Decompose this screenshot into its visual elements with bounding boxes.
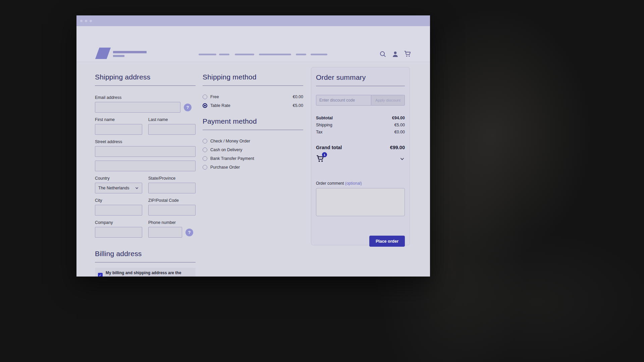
company-field[interactable] [95,227,142,238]
payment-option-label: Cash on Delivery [210,147,242,152]
city-label: City [95,198,142,203]
payment-option-cash-on-delivery[interactable]: Cash on Delivery [203,145,303,154]
grand-total-label: Grand total [316,145,342,150]
grand-total-value: €99.00 [390,145,405,150]
store-logo-text-placeholder [113,51,147,53]
account-icon[interactable] [391,50,399,58]
company-label: Company [95,220,142,225]
shipping-option-label: Free [210,95,219,99]
window-control-dot[interactable] [85,20,87,22]
payment-option-purchase-order[interactable]: Purchase Order [203,163,303,172]
radio-icon[interactable] [203,165,207,170]
shipping-option-label: Table Rate [210,103,230,108]
tax-value: €0.00 [394,130,405,134]
checkout-page: Shipping address Email address ? First n… [76,62,430,277]
nav-item-placeholder[interactable] [219,54,229,55]
zip-label: ZIP/Postal Code [148,198,196,203]
nav-item-placeholder[interactable] [296,54,306,55]
nav-item-placeholder[interactable] [311,54,327,55]
last-name-label: Last name [148,117,196,122]
nav-item-placeholder[interactable] [259,54,291,55]
city-field[interactable] [95,205,142,216]
shipping-total-label: Shipping [316,123,332,127]
shipping-total-row: Shipping €5.00 [316,121,405,128]
street-field-2[interactable] [95,161,196,171]
shipping-option-price: €5.00 [293,103,303,108]
state-label: State/Province [148,176,196,181]
email-help-icon[interactable]: ? [184,104,192,111]
cart-count-badge: 1 [322,152,327,157]
store-header [76,26,430,62]
shipping-address-section: Shipping address Email address ? First n… [95,73,196,277]
tax-label: Tax [316,130,322,134]
shipping-method-title: Shipping method [203,73,303,86]
nav-item-placeholder[interactable] [235,54,254,55]
last-name-field[interactable] [148,124,196,135]
payment-option-label: Check / Money Order [210,139,250,143]
browser-window: Shipping address Email address ? First n… [76,15,430,277]
discount-code-row: Apply discount [316,95,405,106]
shipping-option-free[interactable]: Free €0.00 [203,93,303,101]
same-address-row[interactable]: ✓ My billing and shipping address are th… [95,268,196,277]
radio-icon[interactable] [203,147,207,152]
methods-section: Shipping method Free €0.00 Table Rate €5… [203,73,303,172]
subtotal-label: Subtotal [316,116,333,120]
window-titlebar [76,15,430,26]
email-field[interactable] [95,102,180,113]
radio-icon[interactable] [203,139,207,143]
place-order-button[interactable]: Place order [369,236,405,247]
payment-option-label: Purchase Order [210,165,240,170]
apply-discount-button[interactable]: Apply discount [371,95,405,106]
cart-icon[interactable] [404,50,411,58]
order-summary-title: Order summary [316,73,405,86]
store-logo-icon[interactable] [95,48,111,59]
same-address-checkbox[interactable]: ✓ [98,273,103,277]
payment-option-check-money-order[interactable]: Check / Money Order [203,137,303,145]
country-selected-value: The Netherlands [98,186,129,190]
shipping-option-price: €0.00 [293,95,303,99]
order-summary-card: Order summary Apply discount Subtotal €9… [311,67,410,245]
chevron-down-icon [135,186,139,190]
phone-field[interactable] [148,227,182,238]
expand-items-chevron-icon[interactable] [399,156,405,162]
window-control-dot[interactable] [80,20,83,22]
order-comment-label-text: Order comment [316,181,344,186]
radio-icon[interactable] [203,156,207,161]
shipping-option-table-rate[interactable]: Table Rate €5.00 [203,101,303,110]
cart-items-row: 1 [316,154,405,164]
window-control-dot[interactable] [90,20,92,22]
zip-field[interactable] [148,205,196,216]
first-name-label: First name [95,117,142,122]
first-name-field[interactable] [95,124,142,135]
country-select[interactable]: The Netherlands [95,183,142,193]
payment-option-bank-transfer[interactable]: Bank Transfer Payment [203,154,303,163]
order-comment-textarea[interactable] [316,188,405,216]
subtotal-value: €94.00 [392,116,405,120]
street-field-1[interactable] [95,146,196,157]
payment-method-title: Payment method [203,117,303,130]
radio-icon[interactable] [203,95,207,99]
shipping-total-value: €5.00 [394,123,405,127]
order-comment-optional-text: (optional) [345,181,362,186]
country-label: Country [95,176,142,181]
email-label: Email address [95,95,196,100]
summary-cart-icon[interactable]: 1 [316,154,326,164]
search-icon[interactable] [379,50,386,58]
nav-item-placeholder[interactable] [199,54,216,55]
same-address-label: My billing and shipping address are the … [106,270,193,277]
state-field[interactable] [148,183,196,193]
subtotal-row: Subtotal €94.00 [316,114,405,121]
street-label: Street address [95,139,196,144]
billing-address-title: Billing address [95,250,196,262]
shipping-method-options: Free €0.00 Table Rate €5.00 [203,93,303,110]
phone-label: Phone number [148,220,196,225]
order-comment-label: Order comment (optional) [316,181,405,186]
totals-list: Subtotal €94.00 Shipping €5.00 Tax €0.00 [316,114,405,135]
discount-code-input[interactable] [316,95,371,106]
store-logo-subtext-placeholder [113,55,124,57]
radio-icon-selected[interactable] [203,103,207,108]
phone-help-icon[interactable]: ? [185,229,193,236]
tax-row: Tax €0.00 [316,128,405,135]
payment-option-label: Bank Transfer Payment [210,156,254,161]
grand-total-row: Grand total €99.00 [316,145,405,150]
